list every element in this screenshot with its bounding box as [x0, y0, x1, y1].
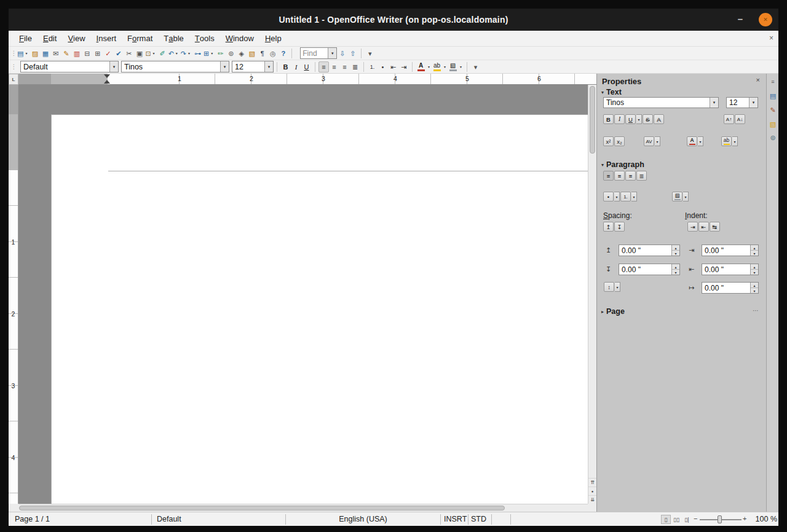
cut-icon[interactable]: ✂ — [124, 48, 134, 59]
gallery-tab-icon[interactable]: ▧ — [768, 119, 778, 129]
horizontal-scrollbar[interactable] — [18, 504, 588, 512]
indent-marker-bottom[interactable] — [104, 80, 110, 84]
decrease-paragraph-spacing-button[interactable]: ↧ — [614, 222, 625, 232]
underline-button[interactable]: U — [301, 61, 312, 72]
save-icon[interactable]: ▦ — [40, 48, 50, 59]
font-color-dropdown-icon[interactable]: ▾ — [698, 136, 703, 146]
increase-font-size-button[interactable]: A↑ — [724, 114, 734, 124]
close-document-icon[interactable]: × — [769, 34, 773, 42]
help-icon[interactable]: ? — [278, 48, 288, 59]
line-spacing-dropdown-icon[interactable]: ▾ — [615, 282, 620, 292]
new-document-icon[interactable]: ▤▾ — [17, 48, 30, 59]
auto-spellcheck-icon[interactable]: ✔ — [113, 48, 124, 59]
language-status[interactable]: English (USA) — [286, 515, 440, 523]
menu-view[interactable]: View — [62, 31, 90, 46]
menu-help[interactable]: Help — [259, 31, 287, 46]
sidebar-font-name-combo[interactable]: Tinos ▾ — [603, 97, 719, 108]
menu-table[interactable]: Table — [158, 31, 189, 46]
align-center-button[interactable]: ≡ — [329, 61, 339, 72]
single-page-view-icon[interactable]: ▯ — [661, 515, 671, 524]
background-dropdown-icon[interactable]: ▾ — [458, 65, 464, 69]
spinner-buttons[interactable]: ▴▾ — [750, 283, 758, 293]
navigator-icon[interactable]: ◈ — [236, 48, 247, 59]
shadow-button[interactable]: A — [654, 114, 664, 124]
superscript-button[interactable]: x² — [603, 136, 614, 146]
find-toolbar-options-icon[interactable]: ▾ — [365, 48, 375, 59]
find-next-button[interactable]: ⇩ — [337, 48, 347, 59]
sidebar-increase-indent-button[interactable]: ⇥ — [687, 222, 698, 232]
vertical-scrollbar[interactable]: ⇈ ● ⇊ — [588, 85, 596, 504]
edit-file-icon[interactable]: ✎ — [61, 48, 71, 59]
next-page-button[interactable]: ⇊ — [588, 495, 596, 504]
bold-button[interactable]: B — [280, 61, 291, 72]
toolbar-grip-icon[interactable]: ⋮ — [11, 50, 17, 57]
email-icon[interactable]: ✉ — [50, 48, 61, 59]
export-pdf-icon[interactable]: ▥ — [71, 48, 82, 59]
find-input[interactable] — [301, 48, 328, 58]
zoom-in-icon[interactable]: + — [743, 515, 746, 522]
undo-dropdown-icon[interactable]: ▾ — [174, 51, 180, 55]
paragraph-section-header[interactable]: ▾ Paragraph — [601, 160, 644, 169]
numbering-button[interactable]: 1. — [367, 61, 378, 72]
page-preview-icon[interactable]: ⊞ — [92, 48, 103, 59]
sidebar-align-right-button[interactable]: ≡ — [625, 171, 636, 181]
find-previous-button[interactable]: ⇧ — [347, 48, 358, 59]
before-text-indent-field[interactable]: 0.00 " ▴▾ — [702, 244, 759, 256]
font-color-dropdown-icon[interactable]: ▾ — [426, 65, 432, 69]
menu-tools[interactable]: Tools — [189, 31, 220, 46]
italic-button[interactable]: I — [291, 61, 301, 72]
below-paragraph-spacing-field[interactable]: 0.00 " ▴▾ — [619, 264, 680, 275]
multi-page-view-icon[interactable]: ▯▯ — [671, 515, 681, 524]
first-line-indent-field[interactable]: 0.00 " ▴▾ — [702, 282, 759, 294]
after-text-indent-field[interactable]: 0.00 " ▴▾ — [702, 264, 759, 275]
sidebar-decrease-indent-button[interactable]: ⇤ — [698, 222, 709, 232]
paste-dropdown-icon[interactable]: ▾ — [151, 51, 157, 55]
subscript-button[interactable]: x₂ — [614, 136, 625, 146]
find-combo[interactable]: ▾ — [300, 47, 337, 59]
increase-paragraph-spacing-button[interactable]: ↥ — [603, 222, 614, 232]
tab-stop-selector[interactable]: L — [9, 74, 18, 85]
text-section-header[interactable]: ▾ Text — [601, 88, 622, 96]
find-dropdown-icon[interactable]: ▾ — [328, 48, 336, 58]
paragraph-background-button[interactable]: ▧ — [672, 192, 682, 201]
size-dropdown-icon[interactable]: ▾ — [264, 61, 273, 72]
sidebar-numbering-button[interactable]: 1. — [620, 192, 631, 201]
close-button[interactable]: ✕ — [759, 13, 772, 26]
sidebar-align-justify-button[interactable]: ≣ — [636, 171, 647, 181]
font-color-button[interactable]: A — [416, 61, 426, 72]
properties-tab-icon[interactable]: ▤ — [768, 91, 778, 101]
underline-dropdown-icon[interactable]: ▾ — [636, 114, 642, 124]
bullets-button[interactable]: • — [378, 61, 388, 72]
menu-window[interactable]: Window — [220, 31, 259, 46]
spinner-buttons[interactable]: ▴▾ — [750, 264, 758, 275]
page-number-status[interactable]: Page 1 / 1 — [15, 515, 50, 523]
strikethrough-button[interactable]: S — [643, 114, 653, 124]
menu-format[interactable]: Format — [122, 31, 158, 46]
table-dropdown-icon[interactable]: ▾ — [209, 51, 215, 55]
character-spacing-dropdown-icon[interactable]: ▾ — [655, 136, 660, 146]
spinner-buttons[interactable]: ▴▾ — [671, 264, 679, 275]
sidebar-close-icon[interactable]: × — [756, 76, 760, 84]
toolbar-overflow-icon[interactable]: ▾ — [470, 61, 481, 72]
redo-dropdown-icon[interactable]: ▾ — [186, 51, 192, 55]
background-dropdown-icon[interactable]: ▾ — [683, 192, 689, 201]
find-replace-icon[interactable]: ⊚ — [226, 48, 236, 59]
above-paragraph-spacing-field[interactable]: 0.00 " ▴▾ — [619, 244, 680, 256]
insert-mode-status[interactable]: INSRT — [444, 515, 467, 523]
spellcheck-icon[interactable]: ✓ — [103, 48, 113, 59]
zoom-slider-handle[interactable] — [718, 515, 722, 523]
background-color-button[interactable]: ▧ — [448, 61, 458, 72]
decrease-indent-button[interactable]: ⇤ — [388, 61, 398, 72]
indent-marker-top[interactable] — [104, 74, 110, 78]
font-name-combo[interactable]: Tinos ▾ — [121, 61, 229, 72]
undo-icon[interactable]: ↶▾ — [168, 48, 180, 59]
sidebar-highlighting-button[interactable]: ab — [721, 136, 732, 146]
navigation-button[interactable]: ● — [588, 487, 596, 495]
sidebar-italic-button[interactable]: I — [614, 114, 625, 124]
zoom-out-icon[interactable]: − — [694, 515, 697, 522]
book-view-icon[interactable]: ▯| — [682, 515, 692, 524]
sidebar-menu-icon[interactable]: ≡ — [768, 77, 778, 87]
zoom-percentage[interactable]: 100 % — [750, 515, 777, 523]
copy-icon[interactable]: ▣ — [134, 48, 144, 59]
sidebar-align-left-button[interactable]: ≡ — [603, 171, 614, 181]
